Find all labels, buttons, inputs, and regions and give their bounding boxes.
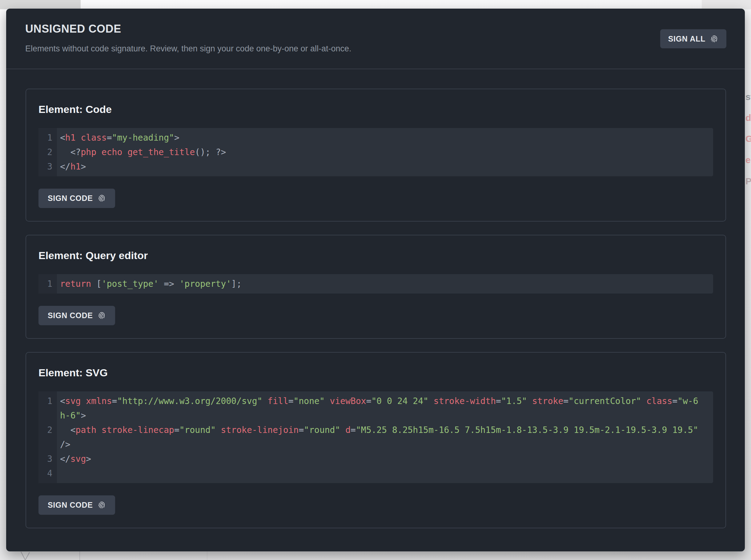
bg-text-fragment: st	[746, 92, 751, 102]
background-line	[79, 552, 80, 560]
page-title: UNSIGNED CODE	[25, 23, 729, 35]
card-title: Element: SVG	[38, 367, 713, 378]
code-line-text: return ['post_type' => 'property'];	[60, 277, 699, 291]
background-sketch	[20, 552, 33, 560]
line-number: 1	[38, 277, 57, 291]
fingerprint-icon	[98, 501, 106, 509]
code-editor: 1<svg xmlns="http://www.w3.org/2000/svg"…	[38, 392, 713, 483]
code-line-text: </h1>	[60, 159, 699, 174]
code-editor: 1return ['post_type' => 'property'];	[38, 274, 713, 294]
element-svg-card: Element: SVG 1<svg xmlns="http://www.w3.…	[25, 352, 726, 528]
panel-header: UNSIGNED CODE Elements without code sign…	[6, 8, 745, 69]
card-title: Element: Code	[38, 103, 713, 115]
background-block-topright	[702, 0, 751, 9]
code-editor: 1<h1 class="my-heading">2 <?php echo get…	[38, 128, 713, 176]
code-line-text: </svg>	[60, 452, 699, 466]
sign-code-label: SIGN CODE	[48, 501, 93, 509]
bg-text-fragment: G	[746, 134, 751, 144]
background-line	[207, 552, 207, 560]
fingerprint-icon	[98, 312, 106, 320]
background-block-topleft	[0, 0, 81, 9]
line-number: 1	[38, 131, 57, 145]
bg-text-fragment: er	[746, 155, 751, 165]
sign-all-label: SIGN ALL	[668, 35, 706, 43]
page-subtitle: Elements without code signature. Review,…	[25, 44, 729, 54]
sign-all-button[interactable]: SIGN ALL	[660, 29, 726, 48]
code-line: 2 <path stroke-linecap="round" stroke-li…	[38, 423, 713, 452]
code-line-text: <svg xmlns="http://www.w3.org/2000/svg" …	[60, 394, 699, 423]
code-line: 1<h1 class="my-heading">	[38, 131, 713, 145]
bg-text-fragment: de	[746, 113, 751, 123]
sign-code-button[interactable]: SIGN CODE	[38, 188, 115, 208]
code-line-text	[60, 466, 699, 481]
element-query-editor-card: Element: Query editor 1return ['post_typ…	[25, 235, 726, 339]
sign-code-button[interactable]: SIGN CODE	[38, 495, 115, 515]
card-title: Element: Query editor	[38, 249, 713, 261]
bg-text-fragment: Po	[746, 176, 751, 186]
code-line-text: <?php echo get_the_title(); ?>	[60, 145, 699, 159]
line-number: 2	[38, 145, 57, 159]
line-number: 4	[38, 466, 57, 481]
sign-code-button[interactable]: SIGN CODE	[38, 306, 115, 325]
code-line-text: <path stroke-linecap="round" stroke-line…	[60, 423, 699, 452]
code-line: 2 <?php echo get_the_title(); ?>	[38, 145, 713, 159]
code-line: 3</svg>	[38, 452, 713, 466]
line-number: 3	[38, 159, 57, 174]
fingerprint-icon	[98, 194, 106, 202]
cards-list: Element: Code 1<h1 class="my-heading">2 …	[6, 69, 745, 528]
code-line: 3</h1>	[38, 159, 713, 174]
sign-code-label: SIGN CODE	[48, 194, 93, 203]
code-line: 4	[38, 466, 713, 481]
line-number: 1	[38, 394, 57, 408]
line-number: 3	[38, 452, 57, 466]
fingerprint-icon	[710, 35, 718, 43]
code-line: 1<svg xmlns="http://www.w3.org/2000/svg"…	[38, 394, 713, 423]
page-background: { "header": { "title": "UNSIGNED CODE", …	[0, 0, 751, 560]
sign-code-label: SIGN CODE	[48, 311, 93, 320]
line-number: 2	[38, 423, 57, 437]
element-code-card: Element: Code 1<h1 class="my-heading">2 …	[25, 88, 726, 222]
unsigned-code-panel: UNSIGNED CODE Elements without code sign…	[6, 8, 745, 552]
code-line-text: <h1 class="my-heading">	[60, 131, 699, 145]
code-line: 1return ['post_type' => 'property'];	[38, 277, 713, 291]
